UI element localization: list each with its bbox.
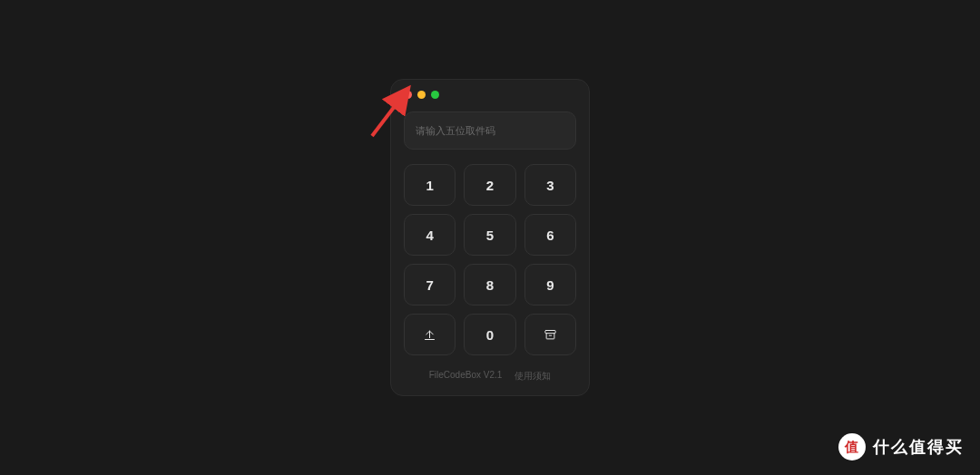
archive-icon [544,328,557,342]
key-6[interactable]: 6 [524,214,576,256]
minimize-icon[interactable] [417,91,426,99]
watermark-text: 什么值得买 [873,436,964,458]
svg-rect-0 [545,330,555,333]
card-footer: FileCodeBox V2.1 使用须知 [404,370,576,383]
key-5[interactable]: 5 [464,214,515,256]
key-4[interactable]: 4 [404,214,456,256]
version-label[interactable]: FileCodeBox V2.1 [429,370,503,383]
key-9[interactable]: 9 [524,264,576,305]
usage-notice-link[interactable]: 使用须知 [514,370,551,383]
close-icon[interactable] [404,91,412,99]
watermark: 值 什么值得买 [838,433,964,460]
window-controls [404,91,576,99]
upload-button[interactable] [404,314,456,355]
archive-button[interactable] [524,314,576,355]
maximize-icon[interactable] [431,91,439,99]
key-2[interactable]: 2 [464,164,515,206]
upload-icon [423,328,436,342]
keypad: 1 2 3 4 5 6 7 8 9 0 [404,164,576,355]
key-8[interactable]: 8 [464,264,515,305]
key-0[interactable]: 0 [464,314,515,355]
pickup-code-input[interactable] [404,111,576,150]
key-1[interactable]: 1 [404,164,456,206]
key-7[interactable]: 7 [404,264,456,305]
pickup-card: 1 2 3 4 5 6 7 8 9 0 FileCodeBox V2.1 使用须… [390,79,590,396]
key-3[interactable]: 3 [524,164,576,206]
watermark-badge-icon: 值 [838,433,866,460]
